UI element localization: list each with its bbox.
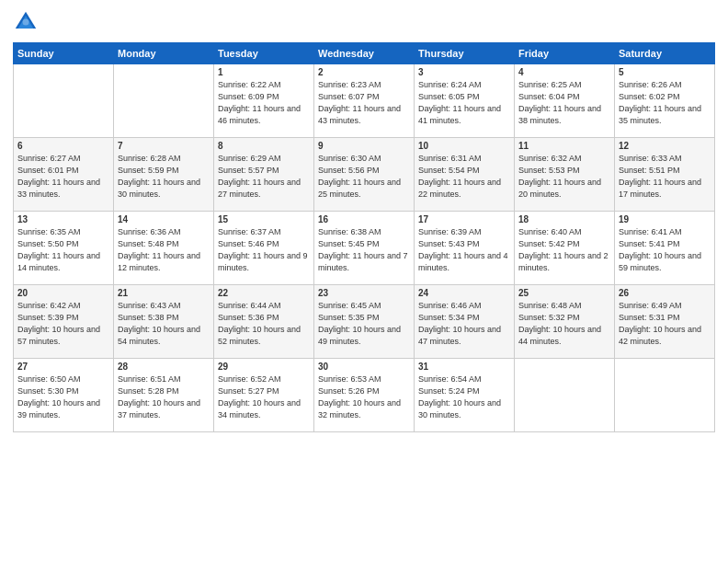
header	[13, 9, 715, 35]
cell-content: Sunrise: 6:44 AMSunset: 5:36 PMDaylight:…	[218, 300, 310, 348]
sunset: Sunset: 5:46 PM	[218, 239, 279, 248]
sunset: Sunset: 5:59 PM	[118, 166, 179, 175]
svg-point-2	[23, 19, 29, 26]
cell-content: Sunrise: 6:32 AMSunset: 5:53 PMDaylight:…	[518, 153, 610, 201]
calendar-cell	[615, 359, 715, 432]
calendar-cell: 31Sunrise: 6:54 AMSunset: 5:24 PMDayligh…	[415, 359, 515, 432]
calendar-cell: 6Sunrise: 6:27 AMSunset: 6:01 PMDaylight…	[14, 138, 114, 212]
sunset: Sunset: 5:38 PM	[118, 313, 179, 322]
cell-content: Sunrise: 6:49 AMSunset: 5:31 PMDaylight:…	[619, 300, 711, 348]
header-day: Thursday	[415, 43, 515, 64]
day-number: 25	[518, 288, 610, 298]
header-day: Monday	[114, 43, 214, 64]
day-number: 14	[118, 214, 210, 224]
calendar-cell: 8Sunrise: 6:29 AMSunset: 5:57 PMDaylight…	[214, 138, 314, 212]
calendar-cell: 11Sunrise: 6:32 AMSunset: 5:53 PMDayligh…	[515, 138, 615, 212]
sunrise: Sunrise: 6:44 AM	[218, 301, 281, 310]
day-number: 31	[418, 362, 510, 372]
cell-content: Sunrise: 6:25 AMSunset: 6:04 PMDaylight:…	[518, 79, 610, 127]
sunrise: Sunrise: 6:40 AM	[518, 227, 582, 236]
sunset: Sunset: 5:43 PM	[418, 239, 480, 248]
day-number: 21	[118, 288, 210, 298]
sunset: Sunset: 5:45 PM	[318, 239, 380, 248]
sunrise: Sunrise: 6:36 AM	[118, 227, 181, 236]
daylight: Daylight: 10 hours and 49 minutes.	[318, 325, 401, 346]
sunset: Sunset: 5:56 PM	[318, 166, 380, 175]
day-number: 24	[418, 288, 510, 298]
daylight: Daylight: 10 hours and 39 minutes.	[17, 398, 100, 419]
cell-content: Sunrise: 6:42 AMSunset: 5:39 PMDaylight:…	[17, 300, 109, 348]
sunrise: Sunrise: 6:38 AM	[318, 227, 381, 236]
daylight: Daylight: 11 hours and 9 minutes.	[218, 251, 308, 272]
cell-content: Sunrise: 6:46 AMSunset: 5:34 PMDaylight:…	[418, 300, 510, 348]
sunset: Sunset: 5:48 PM	[118, 239, 179, 248]
sunset: Sunset: 5:41 PM	[619, 239, 680, 248]
calendar-cell: 3Sunrise: 6:24 AMSunset: 6:05 PMDaylight…	[415, 64, 515, 138]
sunrise: Sunrise: 6:51 AM	[118, 374, 181, 384]
cell-content: Sunrise: 6:38 AMSunset: 5:45 PMDaylight:…	[318, 226, 410, 274]
sunrise: Sunrise: 6:30 AM	[318, 154, 381, 163]
daylight: Daylight: 11 hours and 14 minutes.	[17, 251, 100, 272]
sunset: Sunset: 5:50 PM	[17, 239, 79, 248]
daylight: Daylight: 11 hours and 4 minutes.	[418, 251, 508, 272]
sunset: Sunset: 5:42 PM	[518, 239, 580, 248]
day-number: 8	[218, 141, 310, 151]
sunset: Sunset: 5:31 PM	[619, 313, 680, 322]
sunset: Sunset: 5:39 PM	[17, 313, 79, 322]
day-number: 6	[17, 141, 109, 151]
day-number: 11	[518, 141, 610, 151]
day-number: 16	[318, 214, 410, 224]
daylight: Daylight: 11 hours and 41 minutes.	[418, 104, 501, 125]
calendar-cell: 17Sunrise: 6:39 AMSunset: 5:43 PMDayligh…	[415, 212, 515, 285]
sunrise: Sunrise: 6:33 AM	[619, 154, 682, 163]
day-number: 27	[17, 362, 109, 372]
day-number: 17	[418, 214, 510, 224]
header-day: Friday	[515, 43, 615, 64]
sunset: Sunset: 5:32 PM	[518, 313, 580, 322]
header-day: Wednesday	[314, 43, 415, 64]
sunset: Sunset: 6:07 PM	[318, 92, 380, 101]
daylight: Daylight: 10 hours and 54 minutes.	[118, 325, 200, 346]
sunrise: Sunrise: 6:35 AM	[17, 227, 81, 236]
cell-content: Sunrise: 6:54 AMSunset: 5:24 PMDaylight:…	[418, 373, 510, 421]
day-number: 5	[619, 67, 711, 77]
daylight: Daylight: 10 hours and 52 minutes.	[218, 325, 301, 346]
daylight: Daylight: 11 hours and 17 minutes.	[619, 178, 701, 199]
daylight: Daylight: 11 hours and 35 minutes.	[619, 104, 701, 125]
day-number: 30	[318, 362, 410, 372]
sunrise: Sunrise: 6:41 AM	[619, 227, 682, 236]
day-number: 22	[218, 288, 310, 298]
daylight: Daylight: 11 hours and 46 minutes.	[218, 104, 301, 125]
calendar-cell: 1Sunrise: 6:22 AMSunset: 6:09 PMDaylight…	[214, 64, 314, 138]
daylight: Daylight: 10 hours and 34 minutes.	[218, 398, 301, 419]
calendar-cell: 25Sunrise: 6:48 AMSunset: 5:32 PMDayligh…	[515, 285, 615, 359]
calendar-week-row: 1Sunrise: 6:22 AMSunset: 6:09 PMDaylight…	[14, 64, 715, 138]
calendar-cell	[515, 359, 615, 432]
day-number: 10	[418, 141, 510, 151]
calendar-cell: 15Sunrise: 6:37 AMSunset: 5:46 PMDayligh…	[214, 212, 314, 285]
calendar-page: SundayMondayTuesdayWednesdayThursdayFrid…	[0, 0, 728, 563]
calendar-cell: 12Sunrise: 6:33 AMSunset: 5:51 PMDayligh…	[615, 138, 715, 212]
cell-content: Sunrise: 6:43 AMSunset: 5:38 PMDaylight:…	[118, 300, 210, 348]
daylight: Daylight: 10 hours and 47 minutes.	[418, 325, 501, 346]
logo-icon	[13, 9, 39, 35]
cell-content: Sunrise: 6:27 AMSunset: 6:01 PMDaylight:…	[17, 153, 109, 201]
daylight: Daylight: 11 hours and 25 minutes.	[318, 178, 401, 199]
calendar-week-row: 13Sunrise: 6:35 AMSunset: 5:50 PMDayligh…	[14, 212, 715, 285]
day-number: 28	[118, 362, 210, 372]
calendar-week-row: 20Sunrise: 6:42 AMSunset: 5:39 PMDayligh…	[14, 285, 715, 359]
day-number: 9	[318, 141, 410, 151]
header-day: Tuesday	[214, 43, 314, 64]
sunset: Sunset: 5:36 PM	[218, 313, 279, 322]
sunset: Sunset: 6:05 PM	[418, 92, 480, 101]
calendar-cell: 24Sunrise: 6:46 AMSunset: 5:34 PMDayligh…	[415, 285, 515, 359]
sunrise: Sunrise: 6:48 AM	[518, 301, 582, 310]
cell-content: Sunrise: 6:37 AMSunset: 5:46 PMDaylight:…	[218, 226, 310, 274]
sunset: Sunset: 5:54 PM	[418, 166, 480, 175]
cell-content: Sunrise: 6:48 AMSunset: 5:32 PMDaylight:…	[518, 300, 610, 348]
sunset: Sunset: 5:26 PM	[318, 386, 380, 396]
calendar-cell: 23Sunrise: 6:45 AMSunset: 5:35 PMDayligh…	[314, 285, 415, 359]
cell-content: Sunrise: 6:29 AMSunset: 5:57 PMDaylight:…	[218, 153, 310, 201]
sunrise: Sunrise: 6:26 AM	[619, 80, 682, 89]
calendar-cell: 7Sunrise: 6:28 AMSunset: 5:59 PMDaylight…	[114, 138, 214, 212]
